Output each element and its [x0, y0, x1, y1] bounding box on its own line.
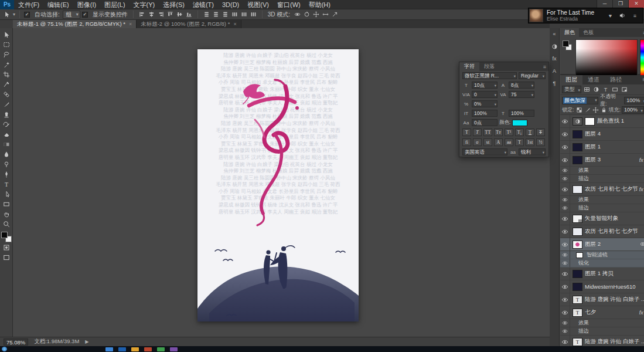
zoom-tool[interactable] [0, 219, 13, 229]
visibility-toggle[interactable] [560, 251, 570, 259]
layer-thumbnail[interactable]: T [573, 296, 582, 304]
shape-tool[interactable] [0, 199, 13, 209]
menu-layer[interactable]: 图层(L) [100, 0, 129, 9]
layer-effect-row[interactable]: 效果 [560, 319, 644, 327]
type-tool[interactable]: T [0, 179, 13, 189]
tab-paragraph[interactable]: 段落 [479, 62, 499, 71]
layer-effect-row[interactable]: 描边 [560, 175, 644, 183]
layer-effect-row[interactable]: 效果 [560, 196, 644, 204]
layer-thumbnail[interactable] [573, 156, 582, 164]
quick-selection-tool[interactable] [0, 59, 13, 69]
menu-3d[interactable]: 3D(D) [218, 0, 243, 9]
font-size-input[interactable]: 10点 [472, 82, 498, 89]
visibility-toggle[interactable] [560, 212, 570, 225]
distribute-top-icon[interactable] [202, 10, 211, 19]
align-left-icon[interactable] [138, 10, 146, 19]
distribute-bottom-icon[interactable] [221, 10, 230, 19]
opentype-button-7[interactable]: 1st [526, 138, 534, 146]
dodge-tool[interactable] [0, 159, 13, 169]
zoom-level-field[interactable]: 75.08% [4, 339, 28, 346]
layer-row[interactable]: 图层 2 [560, 238, 644, 251]
show-transform-checkbox[interactable]: ✓ [82, 12, 88, 18]
tab-channels[interactable]: 通道 [582, 75, 605, 84]
layer-row[interactable]: MidwesternHues610 [560, 280, 644, 293]
visibility-toggle[interactable] [560, 196, 570, 204]
visibility-toggle[interactable] [560, 115, 570, 127]
foreground-color-swatch[interactable] [563, 40, 569, 47]
paragraph-panel-icon[interactable]: ¶ [550, 79, 559, 87]
distribute-left-icon[interactable] [230, 10, 239, 19]
visibility-toggle[interactable] [560, 167, 570, 174]
layer-effects-badge[interactable]: fx [639, 187, 643, 192]
layer-row[interactable]: 图层 1 [560, 141, 644, 154]
visibility-toggle[interactable] [560, 141, 570, 153]
layer-effect-row[interactable]: 描边 [560, 327, 644, 336]
taskbar-app-3[interactable] [131, 347, 139, 351]
visibility-toggle[interactable] [560, 259, 570, 267]
distribute-center-icon[interactable] [240, 10, 248, 19]
opentype-button-4[interactable]: A [494, 138, 503, 146]
blend-mode-dropdown[interactable]: 颜色加深 [562, 97, 598, 104]
menu-help[interactable]: 帮助(H) [305, 0, 335, 9]
taskbar-app-2[interactable] [118, 347, 126, 351]
mode-slide-icon[interactable] [321, 10, 330, 19]
screen-mode-button[interactable] [0, 252, 13, 262]
opentype-button-2[interactable]: σ [473, 138, 482, 146]
tab-color[interactable]: 颜色 [560, 28, 579, 37]
marquee-tool[interactable] [0, 39, 13, 49]
smart-filter-icon[interactable] [639, 241, 644, 248]
menu-select[interactable]: 选择(S) [159, 0, 189, 9]
text-color-swatch[interactable] [512, 120, 527, 126]
layer-thumbnail[interactable] [573, 130, 582, 138]
language-select[interactable]: 美国英语 [462, 148, 507, 155]
lock-transparency-icon[interactable] [575, 106, 583, 114]
color-swatches[interactable] [1, 232, 12, 242]
tool-preset-icon[interactable] [2, 10, 11, 19]
layer-thumbnail[interactable] [573, 215, 582, 223]
start-button[interactable] [2, 347, 7, 351]
font-style-select[interactable]: Regular [519, 72, 546, 79]
menu-window[interactable]: 窗口(W) [273, 0, 305, 9]
layer-effects-badge[interactable]: fx [639, 157, 643, 163]
layer-row[interactable]: 图层 4 [560, 128, 644, 141]
lasso-tool[interactable] [0, 49, 13, 59]
align-middle-icon[interactable] [175, 10, 184, 19]
document-tab-2[interactable]: 未标题-2 @ 100% (图层 2, RGB/8) *× [137, 20, 241, 28]
layer-effect-row[interactable]: 智能滤镜 [560, 251, 644, 259]
vertical-scale-input[interactable]: 100% [472, 110, 498, 117]
layer-thumbnail[interactable] [573, 241, 582, 249]
mode-scale-icon[interactable] [330, 10, 339, 19]
quick-mask-button[interactable] [0, 242, 13, 252]
layer-filter-dropdown[interactable]: 类型 [562, 86, 581, 93]
text-style-button-4[interactable]: Tт [494, 128, 503, 136]
visibility-toggle[interactable] [560, 154, 570, 166]
visibility-toggle[interactable] [560, 280, 570, 293]
opentype-button-5[interactable]: aa [505, 138, 513, 146]
canvas-document[interactable]: 陆游 唐婉 许仙 白娘子 梁山伯 祝英台 杨过 小龙女焦仲卿 刘兰芝 柳梦梅 杜… [197, 49, 359, 321]
collapse-dock-icon[interactable]: « [550, 30, 559, 38]
text-style-button-6[interactable]: T₁ [515, 128, 524, 136]
auto-select-checkbox[interactable]: ✓ [24, 12, 30, 18]
tab-character[interactable]: 字符 [459, 62, 479, 71]
baseline-shift-input[interactable]: 0点 [472, 119, 498, 126]
anti-alias-select[interactable]: 锐利 [519, 148, 546, 155]
visibility-toggle[interactable] [560, 336, 570, 346]
gradient-tool[interactable] [0, 139, 13, 149]
layer-row[interactable]: 农历 七月初七 七夕节fx▴ [560, 183, 644, 196]
foreground-color-swatch[interactable] [1, 232, 8, 238]
fill-field[interactable]: 100% [622, 106, 644, 114]
mode-orbit-icon[interactable] [293, 10, 302, 19]
visibility-toggle[interactable] [560, 225, 570, 238]
healing-brush-tool[interactable] [0, 89, 13, 99]
character-panel-icon[interactable]: A [550, 67, 559, 75]
eyedropper-tool[interactable] [0, 79, 13, 89]
foreground-background-swatches[interactable] [563, 39, 573, 76]
layer-effect-row[interactable]: 锐化 [560, 259, 644, 268]
crop-tool[interactable] [0, 69, 13, 79]
minimize-button[interactable]: ─ [597, 0, 612, 8]
path-selection-tool[interactable] [0, 189, 13, 199]
text-style-button-2[interactable]: T [473, 128, 482, 136]
visibility-toggle[interactable] [560, 327, 570, 335]
visibility-toggle[interactable] [560, 268, 570, 280]
history-brush-tool[interactable] [0, 119, 13, 129]
